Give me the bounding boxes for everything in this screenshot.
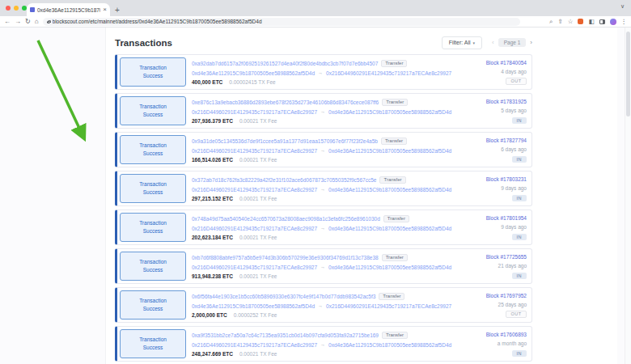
tx-hash-link[interactable]: 0x6f56fa44e1903ce1b5cc60b58969330e6307fc… <box>192 294 375 299</box>
tx-fee-label: TX Fee <box>260 196 277 201</box>
arrow-right-icon: → <box>320 148 325 153</box>
from-address-link[interactable]: 0x216D44960291E4129435c719217a7ECAe8c299… <box>192 342 317 348</box>
url-text: blockscout.com/etc/mainnet/address/0xd4e… <box>53 19 262 24</box>
forward-icon[interactable]: → <box>15 19 21 25</box>
window-controls <box>6 6 27 11</box>
direction-badge: IN <box>512 273 527 279</box>
to-address-link[interactable]: 0xd4e36Ae112915C9b18700505ee58988562af5D… <box>328 342 451 348</box>
close-window-button[interactable] <box>6 6 11 11</box>
tx-hash-link[interactable]: 0xb7d6f8808abfe9757a5b5e974d3b306b570299… <box>192 255 379 260</box>
chrome-actions: ⌕ ⇧ ☆ ◧ ⋮ <box>549 19 627 25</box>
bookmark-star-icon[interactable]: ☆ <box>568 19 574 25</box>
tx-hash-link[interactable]: 0x748a49d75aa540540e24cc6570673a28008aec… <box>192 216 380 222</box>
extensions-puzzle-icon[interactable]: ◧ <box>588 19 594 25</box>
next-page-button[interactable]: › <box>530 39 532 46</box>
from-address-link[interactable]: 0x216D44960291E4129435c719217a7ECAe8c299… <box>192 187 317 193</box>
to-address-link[interactable]: 0x216D44960291E4129435c719217a7ECAe8c299… <box>326 303 451 309</box>
scrollbar-thumb[interactable] <box>626 32 630 116</box>
close-tab-icon[interactable]: × <box>103 6 107 13</box>
from-address-link[interactable]: 0x216D44960291E4129435c719217a7ECAe8c299… <box>192 109 317 115</box>
browser-tab[interactable]: 0xd4e36Ae112915C9b18700... × <box>27 3 110 16</box>
maximize-window-button[interactable] <box>22 6 27 11</box>
status-badge[interactable]: Transaction Success <box>120 213 186 242</box>
from-address-link[interactable]: 0xd4e36Ae112915C9b18700505ee58988562af5D… <box>192 303 315 309</box>
from-address-link[interactable]: 0x216D44960291E4129435c719217a7ECAe8c299… <box>192 265 317 270</box>
block-link[interactable]: Block #17827794 <box>486 138 527 143</box>
direction-badge: OUT <box>506 311 527 318</box>
filter-dropdown[interactable]: Filter: All ▾ <box>442 36 482 49</box>
metamask-extension-icon[interactable] <box>578 19 583 24</box>
block-link[interactable]: Block #17606893 <box>486 332 527 337</box>
to-address-link[interactable]: 0xd4e36Ae112915C9b18700505ee58988562af5D… <box>328 265 451 270</box>
block-link[interactable]: Block #17803231 <box>486 176 527 182</box>
share-icon[interactable]: ⇧ <box>557 19 562 25</box>
tx-value: 248,247.669 ETC <box>192 351 233 357</box>
tx-age: 6 days ago <box>501 146 527 152</box>
new-tab-button[interactable]: + <box>115 6 120 15</box>
tx-type-chip: Transfer <box>382 99 408 106</box>
tx-fee-label: TX Fee <box>260 351 277 357</box>
tab-title: 0xd4e36Ae112915C9b18700... <box>37 7 100 13</box>
block-link[interactable]: Block #17840054 <box>486 60 527 66</box>
status-badge[interactable]: Transaction Success <box>120 290 186 320</box>
tx-value: 166,514.026 ETC <box>192 157 233 163</box>
to-address-link[interactable]: 0xd4e36Ae112915C9b18700505ee58988562af5D… <box>328 187 451 193</box>
status-badge[interactable]: Transaction Success <box>120 57 186 87</box>
tx-hash-link[interactable]: 0x9a31de05c1345536d7de9f1ccee5a91a1377d9… <box>192 138 378 144</box>
transaction-row: Transaction Success 0x9a31de05c1345536d7… <box>115 132 532 167</box>
tx-fee: 0.00021 <box>239 273 259 279</box>
filter-label: Filter: All <box>449 40 471 45</box>
to-address-link[interactable]: 0xd4e36Ae112915C9b18700505ee58988562af5D… <box>328 148 451 154</box>
side-panel-icon[interactable] <box>599 19 605 24</box>
transaction-row: Transaction Success 0xb7d6f8808abfe9757a… <box>115 248 532 284</box>
tx-type-chip: Transfer <box>381 138 407 145</box>
url-field[interactable]: blockscout.com/etc/mainnet/address/0xd4e… <box>43 18 520 26</box>
status-badge[interactable]: Transaction Success <box>120 329 186 358</box>
arrow-right-icon: → <box>320 226 325 231</box>
tx-fee-label: TX Fee <box>258 79 275 85</box>
reload-icon[interactable]: ↻ <box>25 19 31 25</box>
page-body: Transactions Filter: All ▾ ‹ Page 1 › Tr… <box>0 28 631 364</box>
tx-age: 4 days ago <box>501 69 527 74</box>
arrow-right-icon: → <box>320 342 325 347</box>
from-address-link[interactable]: 0x216D44960291E4129435c719217a7ECAe8c299… <box>192 226 317 231</box>
tx-fee-label: TX Fee <box>260 118 277 124</box>
block-link[interactable]: Block #17801954 <box>486 215 527 221</box>
tx-hash-link[interactable]: 0xa92dab7dd6157a2f0692519261527d4ea40f2f… <box>192 61 378 66</box>
from-address-link[interactable]: 0x216D44960291E4129435c719217a7ECAe8c299… <box>192 148 317 154</box>
tx-value: 2,000,000 ETC <box>192 312 227 318</box>
chevron-down-icon[interactable]: ∨ <box>620 3 625 10</box>
status-badge[interactable]: Transaction Success <box>120 252 186 281</box>
prev-page-button[interactable]: ‹ <box>492 39 494 46</box>
site-favicon <box>30 7 35 12</box>
home-icon[interactable]: ⌂ <box>35 19 39 25</box>
search-icon[interactable]: ⌕ <box>549 19 553 25</box>
block-link[interactable]: Block #17697952 <box>486 293 527 298</box>
kebab-menu-icon[interactable]: ⋮ <box>621 19 628 25</box>
current-page-badge[interactable]: Page 1 <box>498 38 527 47</box>
arrow-right-icon: → <box>320 109 325 114</box>
tx-hash-link[interactable]: 0x372ab7d18c762fa3c82229a42f2e31f102ace6… <box>192 177 376 183</box>
to-address-link[interactable]: 0x216D44960291E4129435c719217a7ECAe8c299… <box>326 70 451 76</box>
to-address-link[interactable]: 0xd4e36Ae112915C9b18700505ee58988562af5D… <box>328 109 451 115</box>
tx-hash-link[interactable]: 0xe876c13a9ebacb36886d2893ebe678f2635d27… <box>192 99 379 105</box>
minimize-window-button[interactable] <box>14 6 19 11</box>
back-icon[interactable]: ← <box>4 19 11 25</box>
to-address-link[interactable]: 0xd4e36Ae112915C9b18700505ee58988562af5D… <box>328 226 451 231</box>
page-scrollbar[interactable] <box>625 28 631 364</box>
tx-value: 207,936.379 ETC <box>192 118 233 124</box>
tx-fee: 0.00021 <box>239 196 259 201</box>
from-address-link[interactable]: 0xd4e36Ae112915C9b18700505ee58988562af5D… <box>192 70 315 76</box>
tx-fee: 0.00021 <box>239 157 259 163</box>
tx-type-chip: Transfer <box>381 60 407 67</box>
tx-type-chip: Transfer <box>379 293 404 300</box>
status-badge[interactable]: Transaction Success <box>120 96 186 125</box>
profile-avatar[interactable] <box>610 19 616 25</box>
transaction-list: Transaction Success 0xa92dab7dd6157a2f06… <box>115 54 617 362</box>
status-badge[interactable]: Transaction Success <box>120 135 186 164</box>
status-badge[interactable]: Transaction Success <box>120 174 186 203</box>
transaction-row: Transaction Success 0x6f56fa44e1903ce1b5… <box>115 287 532 323</box>
block-link[interactable]: Block #17725655 <box>486 254 527 260</box>
block-link[interactable]: Block #17831925 <box>486 99 527 104</box>
tx-hash-link[interactable]: 0xa9f3531bb2ce7a50a7c64c7135ea9351cb0d14… <box>192 332 379 338</box>
